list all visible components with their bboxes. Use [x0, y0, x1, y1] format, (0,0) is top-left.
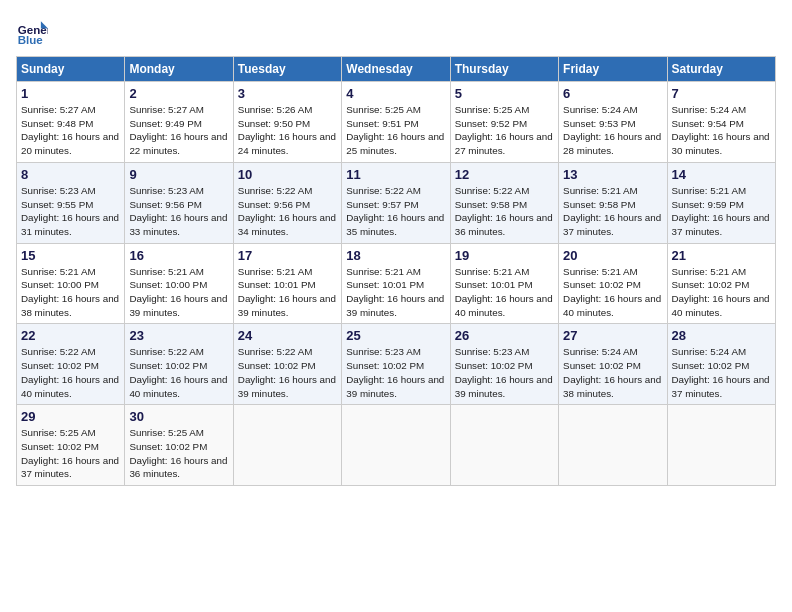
calendar-cell: 17 Sunrise: 5:21 AM Sunset: 10:01 PM Day…: [233, 243, 341, 324]
calendar-cell: 30 Sunrise: 5:25 AM Sunset: 10:02 PM Day…: [125, 405, 233, 486]
calendar-cell: 14 Sunrise: 5:21 AM Sunset: 9:59 PM Dayl…: [667, 162, 775, 243]
weekday-header: Friday: [559, 57, 667, 82]
weekday-header: Wednesday: [342, 57, 450, 82]
day-info: Sunrise: 5:22 AM Sunset: 9:58 PM Dayligh…: [455, 184, 554, 239]
day-number: 11: [346, 167, 445, 182]
day-number: 9: [129, 167, 228, 182]
calendar-cell: 13 Sunrise: 5:21 AM Sunset: 9:58 PM Dayl…: [559, 162, 667, 243]
day-info: Sunrise: 5:21 AM Sunset: 10:01 PM Daylig…: [238, 265, 337, 320]
calendar-cell: [559, 405, 667, 486]
calendar-cell: 9 Sunrise: 5:23 AM Sunset: 9:56 PM Dayli…: [125, 162, 233, 243]
day-info: Sunrise: 5:22 AM Sunset: 10:02 PM Daylig…: [21, 345, 120, 400]
day-info: Sunrise: 5:25 AM Sunset: 9:52 PM Dayligh…: [455, 103, 554, 158]
day-number: 23: [129, 328, 228, 343]
calendar-cell: 1 Sunrise: 5:27 AM Sunset: 9:48 PM Dayli…: [17, 82, 125, 163]
day-number: 7: [672, 86, 771, 101]
day-info: Sunrise: 5:21 AM Sunset: 10:01 PM Daylig…: [346, 265, 445, 320]
day-number: 17: [238, 248, 337, 263]
calendar-cell: 22 Sunrise: 5:22 AM Sunset: 10:02 PM Day…: [17, 324, 125, 405]
day-number: 29: [21, 409, 120, 424]
day-info: Sunrise: 5:24 AM Sunset: 10:02 PM Daylig…: [563, 345, 662, 400]
svg-text:Blue: Blue: [18, 34, 44, 46]
calendar-cell: 11 Sunrise: 5:22 AM Sunset: 9:57 PM Dayl…: [342, 162, 450, 243]
calendar-cell: 19 Sunrise: 5:21 AM Sunset: 10:01 PM Day…: [450, 243, 558, 324]
day-info: Sunrise: 5:22 AM Sunset: 9:57 PM Dayligh…: [346, 184, 445, 239]
day-info: Sunrise: 5:21 AM Sunset: 10:01 PM Daylig…: [455, 265, 554, 320]
day-info: Sunrise: 5:21 AM Sunset: 9:59 PM Dayligh…: [672, 184, 771, 239]
day-number: 13: [563, 167, 662, 182]
day-info: Sunrise: 5:21 AM Sunset: 10:02 PM Daylig…: [563, 265, 662, 320]
day-number: 1: [21, 86, 120, 101]
day-info: Sunrise: 5:21 AM Sunset: 10:00 PM Daylig…: [129, 265, 228, 320]
calendar-cell: 2 Sunrise: 5:27 AM Sunset: 9:49 PM Dayli…: [125, 82, 233, 163]
day-number: 6: [563, 86, 662, 101]
day-info: Sunrise: 5:21 AM Sunset: 9:58 PM Dayligh…: [563, 184, 662, 239]
day-number: 15: [21, 248, 120, 263]
day-info: Sunrise: 5:23 AM Sunset: 10:02 PM Daylig…: [455, 345, 554, 400]
day-info: Sunrise: 5:24 AM Sunset: 9:54 PM Dayligh…: [672, 103, 771, 158]
calendar-cell: 23 Sunrise: 5:22 AM Sunset: 10:02 PM Day…: [125, 324, 233, 405]
day-number: 27: [563, 328, 662, 343]
calendar-cell: 24 Sunrise: 5:22 AM Sunset: 10:02 PM Day…: [233, 324, 341, 405]
day-info: Sunrise: 5:23 AM Sunset: 10:02 PM Daylig…: [346, 345, 445, 400]
day-number: 14: [672, 167, 771, 182]
logo: General Blue: [16, 16, 52, 48]
calendar-cell: 5 Sunrise: 5:25 AM Sunset: 9:52 PM Dayli…: [450, 82, 558, 163]
calendar-cell: [667, 405, 775, 486]
weekday-header: Monday: [125, 57, 233, 82]
day-number: 4: [346, 86, 445, 101]
day-number: 19: [455, 248, 554, 263]
calendar-cell: 4 Sunrise: 5:25 AM Sunset: 9:51 PM Dayli…: [342, 82, 450, 163]
calendar-cell: [450, 405, 558, 486]
calendar-cell: 26 Sunrise: 5:23 AM Sunset: 10:02 PM Day…: [450, 324, 558, 405]
calendar-cell: 21 Sunrise: 5:21 AM Sunset: 10:02 PM Day…: [667, 243, 775, 324]
calendar-cell: 25 Sunrise: 5:23 AM Sunset: 10:02 PM Day…: [342, 324, 450, 405]
calendar-cell: 28 Sunrise: 5:24 AM Sunset: 10:02 PM Day…: [667, 324, 775, 405]
calendar-cell: 3 Sunrise: 5:26 AM Sunset: 9:50 PM Dayli…: [233, 82, 341, 163]
day-info: Sunrise: 5:27 AM Sunset: 9:49 PM Dayligh…: [129, 103, 228, 158]
day-info: Sunrise: 5:24 AM Sunset: 10:02 PM Daylig…: [672, 345, 771, 400]
day-info: Sunrise: 5:23 AM Sunset: 9:56 PM Dayligh…: [129, 184, 228, 239]
header: General Blue: [16, 16, 776, 48]
calendar-cell: 7 Sunrise: 5:24 AM Sunset: 9:54 PM Dayli…: [667, 82, 775, 163]
day-info: Sunrise: 5:22 AM Sunset: 10:02 PM Daylig…: [129, 345, 228, 400]
day-number: 16: [129, 248, 228, 263]
day-info: Sunrise: 5:26 AM Sunset: 9:50 PM Dayligh…: [238, 103, 337, 158]
calendar-cell: [342, 405, 450, 486]
day-number: 8: [21, 167, 120, 182]
day-number: 25: [346, 328, 445, 343]
calendar-cell: 8 Sunrise: 5:23 AM Sunset: 9:55 PM Dayli…: [17, 162, 125, 243]
weekday-header: Saturday: [667, 57, 775, 82]
calendar-cell: 20 Sunrise: 5:21 AM Sunset: 10:02 PM Day…: [559, 243, 667, 324]
weekday-header: Tuesday: [233, 57, 341, 82]
day-number: 12: [455, 167, 554, 182]
calendar-cell: 16 Sunrise: 5:21 AM Sunset: 10:00 PM Day…: [125, 243, 233, 324]
day-info: Sunrise: 5:27 AM Sunset: 9:48 PM Dayligh…: [21, 103, 120, 158]
day-number: 5: [455, 86, 554, 101]
calendar: SundayMondayTuesdayWednesdayThursdayFrid…: [16, 56, 776, 486]
day-number: 30: [129, 409, 228, 424]
calendar-cell: 18 Sunrise: 5:21 AM Sunset: 10:01 PM Day…: [342, 243, 450, 324]
day-info: Sunrise: 5:21 AM Sunset: 10:00 PM Daylig…: [21, 265, 120, 320]
logo-icon: General Blue: [16, 16, 48, 48]
day-number: 18: [346, 248, 445, 263]
day-number: 26: [455, 328, 554, 343]
weekday-header: Sunday: [17, 57, 125, 82]
day-info: Sunrise: 5:25 AM Sunset: 10:02 PM Daylig…: [129, 426, 228, 481]
weekday-header: Thursday: [450, 57, 558, 82]
day-number: 3: [238, 86, 337, 101]
calendar-cell: 27 Sunrise: 5:24 AM Sunset: 10:02 PM Day…: [559, 324, 667, 405]
day-info: Sunrise: 5:21 AM Sunset: 10:02 PM Daylig…: [672, 265, 771, 320]
day-info: Sunrise: 5:22 AM Sunset: 10:02 PM Daylig…: [238, 345, 337, 400]
day-number: 28: [672, 328, 771, 343]
day-info: Sunrise: 5:25 AM Sunset: 10:02 PM Daylig…: [21, 426, 120, 481]
day-number: 24: [238, 328, 337, 343]
day-number: 10: [238, 167, 337, 182]
calendar-cell: [233, 405, 341, 486]
day-info: Sunrise: 5:24 AM Sunset: 9:53 PM Dayligh…: [563, 103, 662, 158]
day-number: 2: [129, 86, 228, 101]
calendar-cell: 10 Sunrise: 5:22 AM Sunset: 9:56 PM Dayl…: [233, 162, 341, 243]
calendar-cell: 6 Sunrise: 5:24 AM Sunset: 9:53 PM Dayli…: [559, 82, 667, 163]
day-number: 22: [21, 328, 120, 343]
calendar-cell: 15 Sunrise: 5:21 AM Sunset: 10:00 PM Day…: [17, 243, 125, 324]
